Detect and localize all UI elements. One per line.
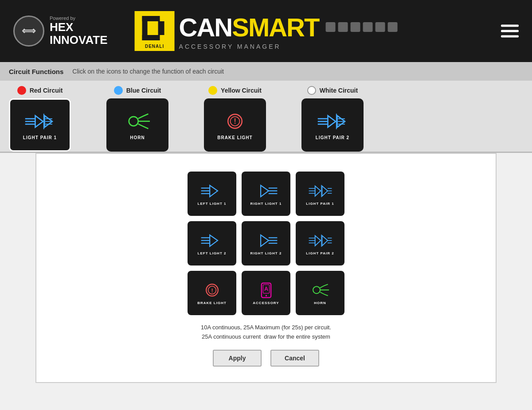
right-light-2-icon (254, 232, 278, 250)
option-light-pair-2[interactable]: LIGHT PAIR 2 (296, 221, 344, 266)
light-pair-2-icon (317, 110, 348, 133)
option-horn[interactable]: HORN (296, 271, 344, 315)
bottom-area: LEFT LIGHT 1 RIGHT LIGHT 1 (50, 165, 482, 371)
yellow-circuit-dot (208, 86, 217, 95)
svg-marker-58 (322, 235, 328, 246)
yellow-circuit-name: Yellow Circuit (221, 87, 262, 94)
blue-circuit-name: Blue Circuit (126, 87, 161, 94)
right-light-1-icon (254, 182, 278, 200)
light-pair-1-option-icon (308, 182, 332, 200)
red-circuit-icon-box[interactable]: LIGHT PAIR 1 (9, 98, 71, 152)
white-circuit-label-row: White Circuit (307, 86, 358, 95)
svg-rect-4 (158, 21, 164, 35)
action-buttons: Apply Cancel (213, 350, 319, 367)
right-light-2-label: RIGHT LIGHT 2 (250, 251, 282, 255)
left-light-1-icon (200, 182, 224, 200)
horn-icon-blue (122, 110, 153, 133)
circuit-functions-title: Circuit Functions (9, 68, 63, 75)
brake-light-icon-yellow: ! (219, 110, 250, 133)
accessory-icon: A (254, 281, 278, 299)
option-light-pair-1[interactable]: LIGHT PAIR 1 (296, 172, 344, 216)
dots-decoration (325, 22, 397, 32)
hamburger-line-2 (501, 30, 519, 32)
hex-circle: ⟺ (13, 16, 44, 47)
menu-button[interactable] (501, 25, 519, 38)
cansmart-text: CANSMART ACCESSORY MANAGER (179, 12, 398, 50)
light-pair-1-icon (24, 110, 55, 133)
yellow-circuit-icon-label: BRAKE LIGHT (217, 135, 252, 140)
yellow-circuit-icon-box[interactable]: ! BRAKE LIGHT (204, 98, 266, 152)
hamburger-line-1 (501, 25, 519, 27)
option-accessory[interactable]: A ACCESSORY (242, 271, 290, 315)
circuit-functions-bar: Circuit Functions Click on the icons to … (0, 62, 532, 81)
light-pair-2-option-icon (308, 232, 332, 250)
svg-marker-31 (210, 185, 218, 197)
svg-point-15 (129, 117, 138, 126)
yellow-circuit-label-row: Yellow Circuit (208, 86, 262, 95)
svg-text:A: A (264, 286, 268, 292)
left-light-2-label: LEFT LIGHT 2 (198, 251, 227, 255)
option-right-light-1[interactable]: RIGHT LIGHT 1 (242, 172, 290, 216)
hex-innovate-label: HEXINNOVATE (50, 21, 107, 46)
right-light-1-label: RIGHT LIGHT 1 (250, 202, 282, 206)
cancel-button[interactable]: Cancel (270, 350, 319, 367)
blue-circuit-label-row: Blue Circuit (114, 86, 161, 95)
horn-label: HORN (314, 301, 326, 305)
accessory-manager-label: ACCESSORY MANAGER (179, 43, 398, 50)
hex-arrows-icon: ⟺ (22, 25, 36, 37)
svg-point-68 (265, 295, 267, 297)
left-light-2-icon (200, 232, 224, 250)
hex-text: Powered by HEXINNOVATE (50, 16, 107, 46)
svg-marker-48 (210, 235, 218, 246)
blue-circuit-icon-box[interactable]: HORN (106, 98, 168, 152)
denali-box: DENALI (135, 11, 175, 51)
svg-text:!: ! (234, 117, 236, 125)
circuit-item-yellow[interactable]: Yellow Circuit ! BRAKE LIGHT (204, 86, 266, 152)
svg-marker-56 (315, 235, 321, 246)
white-circuit-icon-label: LIGHT PAIR 2 (316, 135, 349, 140)
svg-marker-32 (261, 185, 269, 197)
options-grid: LEFT LIGHT 1 RIGHT LIGHT 1 (188, 172, 344, 315)
horn-icon (308, 281, 332, 299)
light-pair-1-option-label: LIGHT PAIR 1 (306, 202, 334, 206)
info-text: 10A continuous, 25A Maximum (for 25s) pe… (201, 323, 331, 342)
can-label: CAN (179, 12, 232, 42)
white-circuit-dot (307, 86, 316, 95)
hex-innovate-logo: ⟺ Powered by HEXINNOVATE (13, 16, 107, 47)
options-popup: LEFT LIGHT 1 RIGHT LIGHT 1 (35, 153, 497, 383)
circuit-selector-row: Red Circuit LIGHT PAIR 1 (0, 81, 532, 153)
red-circuit-icon-label: LIGHT PAIR 1 (23, 135, 57, 140)
left-light-1-label: LEFT LIGHT 1 (198, 202, 227, 206)
circuit-item-white[interactable]: White Circuit LIGHT PAIR 2 (301, 86, 364, 152)
red-circuit-name: Red Circuit (30, 87, 63, 94)
white-circuit-icon-box[interactable]: LIGHT PAIR 2 (301, 98, 364, 152)
svg-rect-3 (142, 35, 160, 40)
svg-text:DENALI: DENALI (145, 44, 164, 49)
cansmart-logo: DENALI CANSMART ACCESSORY MANAGER (135, 11, 398, 51)
svg-point-69 (313, 286, 320, 293)
svg-marker-39 (315, 186, 321, 196)
hamburger-line-3 (501, 35, 519, 38)
red-circuit-label-row: Red Circuit (17, 86, 63, 95)
svg-marker-41 (322, 186, 328, 196)
light-pair-2-option-label: LIGHT PAIR 2 (306, 251, 334, 255)
svg-text:!: ! (211, 287, 213, 293)
circuit-functions-description: Click on the icons to change the functio… (72, 68, 224, 75)
option-left-light-1[interactable]: LEFT LIGHT 1 (188, 172, 236, 216)
brake-light-icon: ! (200, 281, 224, 299)
option-right-light-2[interactable]: RIGHT LIGHT 2 (242, 221, 290, 266)
circuit-item-blue[interactable]: Blue Circuit HORN (106, 86, 168, 152)
accessory-label: ACCESSORY (253, 301, 279, 305)
svg-marker-9 (35, 115, 43, 127)
denali-d-icon: DENALI (137, 12, 172, 50)
option-brake-light[interactable]: ! BRAKE LIGHT (188, 271, 236, 315)
smart-label: SMART (232, 12, 319, 42)
option-left-light-2[interactable]: LEFT LIGHT 2 (188, 221, 236, 266)
header: ⟺ Powered by HEXINNOVATE DENALI CANSMART (0, 0, 532, 62)
svg-marker-22 (328, 115, 336, 127)
white-circuit-name: White Circuit (320, 87, 358, 94)
circuit-item-red[interactable]: Red Circuit LIGHT PAIR 1 (9, 86, 71, 152)
brake-light-label: BRAKE LIGHT (197, 301, 227, 305)
apply-button[interactable]: Apply (213, 350, 262, 367)
svg-rect-2 (142, 16, 160, 21)
